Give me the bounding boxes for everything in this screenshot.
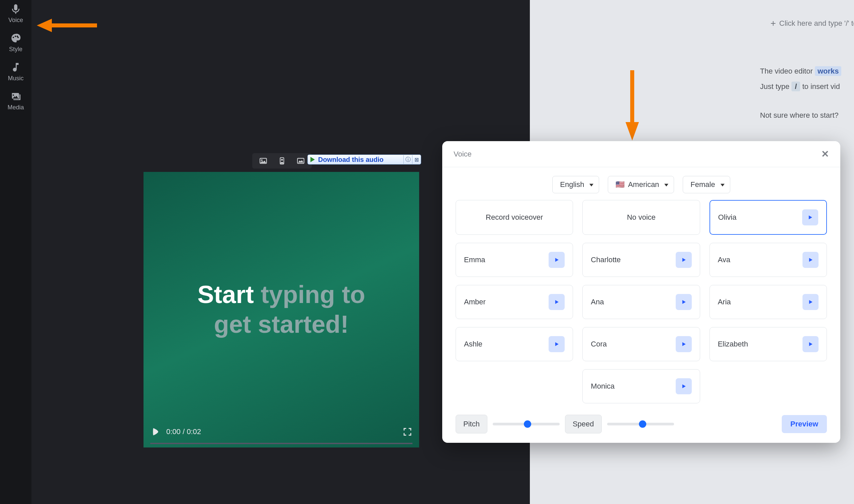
rail-music[interactable]: Music [8, 61, 23, 82]
voice-card-ana[interactable]: Ana [582, 285, 700, 319]
voice-name: Ava [718, 255, 731, 264]
time-readout: 0:00 / 0:02 [166, 427, 201, 436]
accent-select[interactable]: 🇺🇸 American [608, 176, 674, 193]
rail-music-label: Music [8, 75, 23, 82]
voice-modal: Voice ✕ English 🇺🇸 American Female Recor… [442, 141, 840, 443]
voice-selector-row: English 🇺🇸 American Female [442, 167, 840, 200]
voice-play-button[interactable] [549, 294, 565, 310]
download-audio-extra: ⓘ ⊠ [404, 155, 421, 164]
close-icon[interactable]: ✕ [821, 148, 829, 160]
gender-select-value: Female [690, 180, 715, 189]
accent-select-value: American [628, 180, 659, 189]
voice-name: Charlotte [591, 255, 621, 264]
language-select[interactable]: English [552, 176, 599, 193]
music-icon [10, 61, 21, 73]
plus-icon: + [770, 18, 776, 29]
download-audio-label: Download this audio [318, 156, 384, 164]
voice-card-cora[interactable]: Cora [582, 327, 700, 361]
voice-name: Aria [718, 298, 731, 306]
language-select-value: English [560, 180, 584, 189]
voice-play-button[interactable] [802, 252, 819, 268]
video-preview: Start typing to get started! 0:00 / 0:02 [143, 172, 419, 448]
doc-line3: Not sure where to start? [760, 108, 841, 123]
record-voiceover-label: Record voiceover [486, 213, 543, 222]
voice-card-charlotte[interactable]: Charlotte [582, 243, 700, 277]
voice-name: Ashle [464, 340, 482, 348]
play-button-icon[interactable] [150, 427, 161, 437]
palette-icon [10, 33, 21, 44]
video-mini-toolbar [252, 153, 312, 168]
voice-name: Emma [464, 255, 485, 264]
preview-word-start: Start [197, 281, 254, 308]
scene-image-icon[interactable] [259, 157, 268, 165]
slash-chip: / [791, 82, 800, 91]
record-voiceover-card[interactable]: Record voiceover [456, 200, 573, 235]
voice-modal-title: Voice [453, 150, 472, 159]
rail-voice-label: Voice [8, 17, 23, 24]
voice-name: Olivia [718, 213, 736, 222]
speed-slider[interactable] [607, 423, 674, 426]
voice-play-button[interactable] [802, 294, 819, 310]
pitch-slider-knob[interactable] [524, 420, 531, 428]
no-voice-card[interactable]: No voice [582, 200, 700, 235]
us-flag-icon: 🇺🇸 [616, 180, 624, 189]
voice-name: Elizabeth [718, 340, 748, 348]
close-icon[interactable]: ⊠ [412, 155, 421, 164]
type-hint[interactable]: + Click here and type '/' to [770, 18, 854, 29]
speed-slider-knob[interactable] [639, 420, 646, 428]
voice-name: Cora [591, 340, 607, 348]
preview-text: Start typing to get started! [197, 280, 365, 340]
download-audio-bar[interactable]: Download this audio ⓘ ⊠ [307, 155, 421, 164]
voice-name: Amber [464, 298, 486, 306]
doc-intro-chip[interactable]: works [815, 66, 842, 76]
scrub-bar[interactable] [150, 443, 412, 444]
voice-play-button[interactable] [676, 378, 692, 394]
preview-words-rest2: get started! [214, 310, 349, 338]
svg-point-1 [261, 160, 262, 161]
svg-rect-4 [297, 158, 304, 163]
preview-words-rest1: typing to [261, 281, 365, 308]
doc-text: The video editor works Just type / to in… [760, 64, 841, 123]
voice-play-button[interactable] [676, 294, 692, 310]
voice-grid: Record voiceover No voice Olivia Emma Ch… [442, 200, 840, 410]
doc-intro: The video editor [760, 67, 813, 75]
voice-name: Ana [591, 298, 604, 306]
media-icon [10, 91, 21, 102]
doc-line2b: to insert vid [802, 82, 840, 91]
gender-select[interactable]: Female [683, 176, 730, 193]
type-hint-text: Click here and type '/' to [779, 19, 854, 28]
player-bar: 0:00 / 0:02 [143, 420, 419, 444]
voice-play-button[interactable] [676, 336, 692, 352]
video-block: Download this audio ⓘ ⊠ Start typing to … [143, 157, 419, 433]
voice-card-olivia[interactable]: Olivia [710, 200, 827, 235]
voice-card-emma[interactable]: Emma [456, 243, 573, 277]
voice-play-button[interactable] [802, 209, 818, 226]
mic-icon [10, 3, 21, 15]
speed-label: Speed [565, 415, 602, 433]
rail-media[interactable]: Media [7, 91, 24, 111]
info-icon[interactable]: ⓘ [404, 155, 412, 164]
rail-style[interactable]: Style [9, 33, 22, 53]
voice-card-amber[interactable]: Amber [456, 285, 573, 319]
pitch-slider[interactable] [493, 423, 559, 426]
voice-play-button[interactable] [549, 336, 565, 352]
scene-portrait-icon[interactable] [278, 157, 286, 165]
scene-landscape-icon[interactable] [296, 157, 305, 165]
voice-name: Monica [591, 382, 615, 391]
rail-voice[interactable]: Voice [8, 3, 23, 24]
rail-style-label: Style [9, 46, 22, 53]
voice-card-ashle[interactable]: Ashle [456, 327, 573, 361]
fullscreen-icon[interactable] [403, 427, 412, 437]
preview-button[interactable]: Preview [782, 415, 827, 433]
svg-point-3 [281, 159, 283, 161]
voice-card-elizabeth[interactable]: Elizabeth [710, 327, 827, 361]
rail-media-label: Media [7, 104, 24, 111]
voice-card-aria[interactable]: Aria [710, 285, 827, 319]
voice-card-monica[interactable]: Monica [582, 369, 700, 403]
play-triangle-icon [310, 157, 315, 162]
voice-play-button[interactable] [676, 252, 692, 268]
voice-play-button[interactable] [549, 252, 565, 268]
doc-line2a: Just type [760, 82, 789, 91]
voice-play-button[interactable] [802, 336, 819, 352]
voice-card-ava[interactable]: Ava [710, 243, 827, 277]
